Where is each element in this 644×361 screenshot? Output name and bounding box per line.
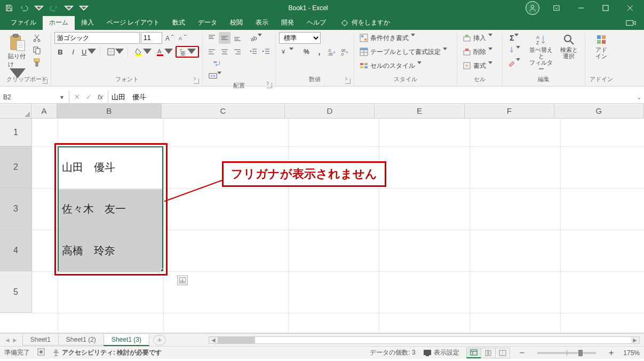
undo-dropdown[interactable] — [32, 2, 46, 14]
align-left-button[interactable] — [206, 46, 218, 58]
cell-styles-button[interactable]: セルのスタイル — [357, 60, 428, 72]
enter-icon[interactable]: ✓ — [83, 93, 94, 101]
col-header-D[interactable]: D — [285, 104, 375, 118]
delete-cells-button[interactable]: 削除 — [460, 46, 499, 58]
clear-button[interactable] — [506, 57, 526, 68]
tab-review[interactable]: 校閲 — [224, 16, 249, 30]
zoom-in-button[interactable]: + — [607, 348, 616, 358]
close-button[interactable] — [618, 1, 642, 15]
number-format-select[interactable]: 標準 — [279, 32, 321, 44]
tab-help[interactable]: ヘルプ — [300, 16, 332, 30]
phonetic-button[interactable]: ア亜 — [176, 46, 199, 58]
quick-analysis-button[interactable] — [177, 276, 188, 285]
tab-developer[interactable]: 開発 — [275, 16, 300, 30]
col-header-B[interactable]: B — [57, 104, 162, 118]
worksheet-grid[interactable]: A B C D E F G 1 2 3 4 5 — [0, 104, 644, 333]
tell-me[interactable]: 何をしますか — [336, 16, 395, 30]
tab-data[interactable]: データ — [192, 16, 224, 30]
qat-customize[interactable] — [77, 2, 91, 14]
redo-button[interactable] — [47, 2, 61, 14]
align-top-button[interactable] — [206, 32, 218, 44]
orientation-button[interactable]: ab — [248, 32, 268, 44]
undo-button[interactable] — [17, 2, 31, 14]
borders-button[interactable] — [105, 46, 125, 58]
underline-button[interactable]: U — [80, 46, 98, 58]
page-layout-view-button[interactable] — [481, 348, 496, 358]
col-header-A[interactable]: A — [31, 104, 57, 118]
font-size-select[interactable] — [141, 32, 162, 44]
row-header-2[interactable]: 2 — [0, 146, 32, 188]
bold-button[interactable]: B — [54, 46, 66, 58]
merge-button[interactable] — [209, 70, 225, 82]
sheet-nav-prev[interactable]: ◄ — [4, 336, 11, 344]
sort-filter-button[interactable]: AZ並べ替えと フィルター — [528, 32, 554, 74]
tab-formulas[interactable]: 数式 — [166, 16, 192, 30]
save-button[interactable] — [2, 2, 16, 14]
paste-button[interactable]: 貼り付け — [6, 32, 29, 67]
decrease-font-button[interactable]: A — [176, 32, 188, 44]
increase-font-button[interactable]: A — [163, 32, 175, 44]
align-middle-button[interactable] — [219, 32, 230, 44]
dialog-launcher-icon[interactable] — [267, 83, 272, 88]
account-icon[interactable] — [526, 1, 539, 15]
formula-input[interactable] — [108, 91, 634, 103]
display-settings-button[interactable]: 表示設定 — [423, 348, 459, 357]
row-header-4[interactable]: 4 — [0, 230, 32, 271]
horizontal-scrollbar[interactable]: ◄ ► — [209, 336, 640, 344]
increase-decimal-button[interactable]: .0.00 — [326, 46, 338, 58]
percent-button[interactable]: % — [300, 46, 312, 58]
tab-pagelayout[interactable]: ページ レイアウト — [100, 16, 166, 30]
cancel-icon[interactable]: ✕ — [71, 93, 82, 101]
align-center-button[interactable] — [219, 46, 230, 58]
sheet-tab-3[interactable]: Sheet1 (3) — [104, 334, 149, 346]
redo-dropdown[interactable] — [62, 2, 76, 14]
chevron-down-icon[interactable]: ▾ — [58, 93, 66, 101]
font-color-button[interactable]: A — [154, 46, 174, 58]
align-right-button[interactable] — [232, 46, 243, 58]
page-break-view-button[interactable] — [495, 348, 510, 358]
cells-area[interactable]: 山田 優斗 佐々木 友一 高橋 玲奈 フリガナが表示されません — [32, 119, 644, 313]
wrap-text-button[interactable]: ab — [209, 58, 225, 69]
cut-button[interactable] — [31, 32, 43, 44]
macro-record-icon[interactable] — [37, 348, 45, 357]
sheet-tab-2[interactable]: Sheet1 (2) — [58, 334, 104, 346]
row-header-1[interactable]: 1 — [0, 119, 32, 146]
scroll-right-icon[interactable]: ► — [631, 337, 639, 343]
dialog-launcher-icon[interactable] — [345, 79, 351, 84]
expand-formula-icon[interactable]: ⌄ — [634, 91, 644, 103]
col-header-F[interactable]: F — [465, 104, 554, 118]
decrease-indent-button[interactable] — [248, 46, 259, 58]
fill-button[interactable] — [506, 44, 526, 56]
decrease-decimal-button[interactable]: .00.0 — [339, 46, 351, 58]
fill-color-button[interactable] — [133, 46, 153, 58]
row-header-5[interactable]: 5 — [0, 271, 32, 313]
find-select-button[interactable]: 検索と 選択 — [556, 32, 582, 61]
accessibility-status[interactable]: アクセシビリティ: 検討が必要です — [52, 348, 162, 357]
col-header-G[interactable]: G — [554, 104, 644, 118]
addin-button[interactable]: アド イン — [589, 32, 614, 61]
italic-button[interactable]: I — [67, 46, 79, 58]
sheet-nav-next[interactable]: ► — [12, 336, 18, 344]
row-header-3[interactable]: 3 — [0, 188, 32, 230]
name-box[interactable]: B2▾ — [0, 91, 69, 103]
format-painter-button[interactable] — [31, 57, 43, 68]
fx-icon[interactable]: fx — [95, 93, 106, 101]
zoom-level[interactable]: 175% — [623, 349, 640, 357]
autosum-button[interactable]: Σ — [506, 32, 526, 44]
insert-cells-button[interactable]: 挿入 — [460, 32, 499, 44]
col-header-C[interactable]: C — [162, 104, 285, 118]
maximize-button[interactable] — [594, 1, 617, 15]
col-header-E[interactable]: E — [375, 104, 464, 118]
accounting-format-button[interactable]: ¥ — [279, 46, 299, 58]
increase-indent-button[interactable] — [260, 46, 272, 58]
select-all-button[interactable] — [0, 104, 31, 118]
tab-view[interactable]: 表示 — [249, 16, 275, 30]
tab-home[interactable]: ホーム — [43, 16, 75, 30]
normal-view-button[interactable] — [466, 348, 481, 358]
conditional-formatting-button[interactable]: 条件付き書式 — [357, 32, 422, 44]
font-name-select[interactable] — [54, 32, 140, 44]
copy-button[interactable] — [31, 44, 43, 56]
minimize-button[interactable] — [569, 1, 593, 15]
add-sheet-button[interactable]: ＋ — [153, 335, 166, 346]
scroll-left-icon[interactable]: ◄ — [209, 337, 218, 343]
